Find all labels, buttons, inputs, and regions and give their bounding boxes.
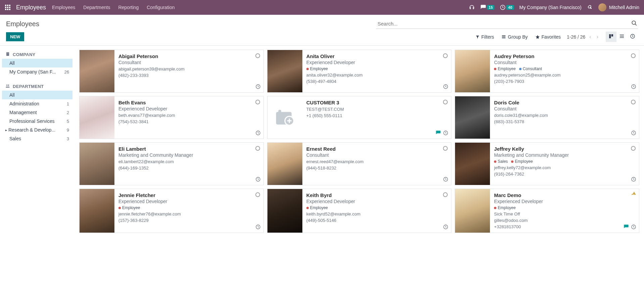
tag-dot bbox=[511, 160, 513, 163]
debug-icon[interactable] bbox=[587, 4, 593, 11]
card-footer-icons bbox=[631, 177, 636, 183]
employee-job: Consultant bbox=[306, 152, 447, 158]
employee-card[interactable]: CUSTOMER 3TEST@TEST.COM+1 (650) 555-0111 bbox=[267, 96, 452, 139]
presence-ring[interactable] bbox=[631, 146, 636, 151]
activity-icon[interactable] bbox=[631, 224, 636, 231]
svg-rect-18 bbox=[8, 54, 8, 54]
activity-icon[interactable] bbox=[255, 224, 261, 231]
user-menu[interactable]: Mitchell Admin bbox=[598, 3, 639, 11]
card-footer-icons bbox=[443, 177, 448, 183]
pager-next[interactable]: › bbox=[595, 34, 600, 40]
menu-departments[interactable]: Departments bbox=[83, 5, 110, 10]
employee-card[interactable]: Jennie FletcherExperienced DeveloperEmpl… bbox=[79, 189, 264, 233]
activity-icon[interactable] bbox=[443, 177, 448, 183]
activity-view-button[interactable] bbox=[627, 32, 638, 42]
content-area: Abigail PetersonConsultantabigail.peters… bbox=[75, 46, 644, 289]
employee-card[interactable]: Marc DemoExperienced DeveloperEmployeeSi… bbox=[455, 189, 639, 233]
employee-photo bbox=[267, 189, 302, 233]
tag: Consultant bbox=[519, 66, 542, 71]
presence-ring[interactable] bbox=[255, 100, 260, 104]
tag-dot bbox=[118, 207, 121, 209]
employee-card[interactable]: Ernest ReedConsultanternest.reed47@examp… bbox=[267, 142, 452, 185]
tag-label: Employee bbox=[498, 66, 515, 71]
employee-phone: (203)-276-7903 bbox=[494, 79, 635, 84]
pager-text: 1-26 / 26 bbox=[567, 34, 585, 40]
message-icon[interactable] bbox=[436, 130, 441, 137]
apps-icon[interactable] bbox=[5, 4, 11, 10]
sidebar-item[interactable]: ▸Research & Develop...9 bbox=[2, 126, 72, 134]
sidebar-item[interactable]: All bbox=[2, 59, 72, 67]
presence-ring[interactable] bbox=[255, 146, 260, 151]
kanban-view-button[interactable] bbox=[606, 32, 616, 42]
activity-icon[interactable] bbox=[631, 130, 636, 137]
menu-employees[interactable]: Employees bbox=[52, 5, 75, 10]
employee-email: gilles@odoo.com bbox=[494, 218, 635, 223]
groupby-button[interactable]: Group By bbox=[501, 34, 528, 40]
menu-configuration[interactable]: Configuration bbox=[147, 5, 175, 10]
card-body: Audrey PetersonConsultantEmployeeConsult… bbox=[490, 50, 639, 92]
company-switcher[interactable]: My Company (San Francisco) bbox=[519, 5, 582, 10]
employee-card[interactable]: Doris ColeConsultantdoris.cole31@example… bbox=[455, 96, 639, 139]
menu-reporting[interactable]: Reporting bbox=[118, 5, 139, 10]
svg-point-20 bbox=[8, 85, 9, 86]
message-icon[interactable] bbox=[624, 224, 629, 231]
favorites-button[interactable]: Favorites bbox=[535, 34, 561, 40]
building-icon bbox=[5, 52, 10, 57]
presence-ring[interactable] bbox=[255, 192, 260, 197]
card-footer-icons bbox=[631, 84, 636, 90]
activity-icon[interactable] bbox=[443, 224, 448, 231]
view-switcher bbox=[606, 32, 638, 42]
employee-email: doris.cole31@example.com bbox=[494, 113, 635, 118]
sidebar-item[interactable]: All bbox=[2, 91, 72, 99]
tag: Employee bbox=[494, 205, 515, 210]
employee-email: keith.byrd52@example.com bbox=[306, 211, 447, 216]
activity-icon[interactable] bbox=[443, 130, 448, 137]
activity-icon[interactable] bbox=[255, 130, 261, 137]
activity-icon[interactable] bbox=[631, 177, 636, 183]
app-brand[interactable]: Employees bbox=[16, 4, 46, 11]
employee-card[interactable]: Beth EvansExperienced Developerbeth.evan… bbox=[79, 96, 264, 139]
presence-ring[interactable] bbox=[631, 100, 636, 104]
user-avatar bbox=[598, 3, 606, 11]
employee-email: TEST@TEST.COM bbox=[306, 107, 447, 112]
filters-button[interactable]: Filters bbox=[476, 34, 494, 40]
search-bar[interactable] bbox=[376, 19, 638, 29]
employee-photo bbox=[267, 50, 302, 92]
sidebar-item[interactable]: Sales3 bbox=[2, 134, 72, 143]
employee-card[interactable]: Audrey PetersonConsultantEmployeeConsult… bbox=[455, 50, 639, 93]
sidebar-item[interactable]: My Company (San F...26 bbox=[2, 67, 72, 76]
employee-email: abigail.peterson39@example.com bbox=[118, 66, 259, 71]
activity-icon[interactable] bbox=[255, 177, 261, 183]
sidebar-item-label: Professional Services bbox=[9, 118, 55, 124]
employee-email: anita.oliver32@example.com bbox=[306, 73, 447, 78]
sidebar-item[interactable]: Professional Services5 bbox=[2, 117, 72, 126]
presence-ring[interactable] bbox=[255, 53, 260, 58]
sidebar-item[interactable]: Management2 bbox=[2, 108, 72, 117]
employee-photo bbox=[267, 96, 302, 139]
activities-icon[interactable]: 40 bbox=[500, 4, 514, 10]
sidebar-item[interactable]: Administration1 bbox=[2, 99, 72, 108]
presence-ring[interactable] bbox=[631, 53, 636, 58]
messages-badge: 15 bbox=[487, 5, 494, 10]
employee-card[interactable]: Abigail PetersonConsultantabigail.peters… bbox=[79, 50, 264, 93]
svg-rect-8 bbox=[9, 9, 10, 10]
activity-icon[interactable] bbox=[443, 84, 448, 90]
pager-prev[interactable]: ‹ bbox=[588, 34, 592, 40]
svg-rect-2 bbox=[9, 5, 10, 6]
employee-phone: +3281813700 bbox=[494, 224, 635, 229]
employee-card[interactable]: Anita OliverExperienced DeveloperEmploye… bbox=[267, 50, 452, 93]
list-view-button[interactable] bbox=[616, 32, 627, 42]
employee-job: Experienced Developer bbox=[494, 199, 635, 204]
voip-icon[interactable] bbox=[469, 4, 475, 10]
employee-card[interactable]: Jeffrey KellyMarketing and Community Man… bbox=[455, 142, 639, 185]
activity-icon[interactable] bbox=[255, 84, 261, 90]
search-icon[interactable] bbox=[631, 20, 637, 27]
messages-icon[interactable]: 15 bbox=[480, 4, 494, 10]
activity-icon[interactable] bbox=[631, 84, 636, 90]
new-button[interactable]: NEW bbox=[6, 32, 24, 41]
employee-tags: Employee bbox=[306, 66, 447, 71]
employee-card[interactable]: Eli LambertMarketing and Community Manag… bbox=[79, 142, 264, 185]
employee-card[interactable]: Keith ByrdExperienced DeveloperEmployeek… bbox=[267, 189, 452, 233]
search-input[interactable] bbox=[376, 19, 638, 29]
main-area: COMPANY AllMy Company (San F...26 DEPART… bbox=[0, 45, 644, 289]
